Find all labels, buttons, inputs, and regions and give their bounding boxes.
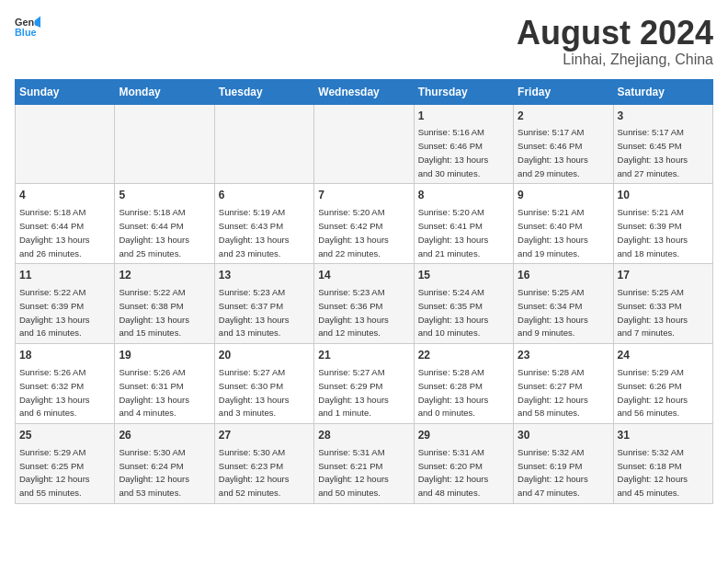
day-number: 22 <box>418 348 509 363</box>
day-info: Sunrise: 5:20 AM Sunset: 6:41 PM Dayligh… <box>418 207 489 258</box>
day-info: Sunrise: 5:19 AM Sunset: 6:43 PM Dayligh… <box>219 207 290 258</box>
day-info: Sunrise: 5:24 AM Sunset: 6:35 PM Dayligh… <box>418 287 489 338</box>
day-info: Sunrise: 5:31 AM Sunset: 6:21 PM Dayligh… <box>318 447 389 498</box>
calendar-day-29: 29Sunrise: 5:31 AM Sunset: 6:20 PM Dayli… <box>414 424 513 504</box>
calendar-week-4: 18Sunrise: 5:26 AM Sunset: 6:32 PM Dayli… <box>16 344 713 424</box>
day-info: Sunrise: 5:17 AM Sunset: 6:45 PM Dayligh… <box>618 127 688 178</box>
calendar-day-empty <box>214 104 313 184</box>
day-info: Sunrise: 5:31 AM Sunset: 6:20 PM Dayligh… <box>418 447 489 498</box>
location: Linhai, Zhejiang, China <box>517 52 713 68</box>
day-number: 13 <box>219 268 310 283</box>
calendar-day-24: 24Sunrise: 5:29 AM Sunset: 6:26 PM Dayli… <box>613 344 712 424</box>
day-info: Sunrise: 5:25 AM Sunset: 6:34 PM Dayligh… <box>518 287 588 338</box>
calendar-week-3: 11Sunrise: 5:22 AM Sunset: 6:39 PM Dayli… <box>16 264 713 344</box>
day-number: 31 <box>618 428 709 443</box>
day-number: 9 <box>518 188 609 203</box>
day-number: 16 <box>518 268 609 283</box>
calendar-day-8: 8Sunrise: 5:20 AM Sunset: 6:41 PM Daylig… <box>414 184 513 264</box>
calendar-day-17: 17Sunrise: 5:25 AM Sunset: 6:33 PM Dayli… <box>613 264 712 344</box>
day-info: Sunrise: 5:28 AM Sunset: 6:27 PM Dayligh… <box>518 367 588 418</box>
calendar-day-23: 23Sunrise: 5:28 AM Sunset: 6:27 PM Dayli… <box>514 344 613 424</box>
calendar-day-16: 16Sunrise: 5:25 AM Sunset: 6:34 PM Dayli… <box>514 264 613 344</box>
day-number: 5 <box>119 188 210 203</box>
day-info: Sunrise: 5:26 AM Sunset: 6:32 PM Dayligh… <box>19 367 90 418</box>
calendar-day-14: 14Sunrise: 5:23 AM Sunset: 6:36 PM Dayli… <box>314 264 414 344</box>
calendar-day-18: 18Sunrise: 5:26 AM Sunset: 6:32 PM Dayli… <box>16 344 115 424</box>
calendar-day-2: 2Sunrise: 5:17 AM Sunset: 6:46 PM Daylig… <box>514 104 613 184</box>
day-info: Sunrise: 5:29 AM Sunset: 6:26 PM Dayligh… <box>618 367 688 418</box>
day-number: 26 <box>119 428 210 443</box>
calendar-week-2: 4Sunrise: 5:18 AM Sunset: 6:44 PM Daylig… <box>16 184 713 264</box>
day-info: Sunrise: 5:18 AM Sunset: 6:44 PM Dayligh… <box>19 207 90 258</box>
calendar-day-6: 6Sunrise: 5:19 AM Sunset: 6:43 PM Daylig… <box>214 184 313 264</box>
calendar-day-26: 26Sunrise: 5:30 AM Sunset: 6:24 PM Dayli… <box>115 424 214 504</box>
day-info: Sunrise: 5:22 AM Sunset: 6:39 PM Dayligh… <box>19 287 90 338</box>
day-number: 7 <box>318 188 409 203</box>
day-number: 28 <box>318 428 409 443</box>
day-info: Sunrise: 5:27 AM Sunset: 6:30 PM Dayligh… <box>219 367 290 418</box>
calendar-day-11: 11Sunrise: 5:22 AM Sunset: 6:39 PM Dayli… <box>16 264 115 344</box>
calendar-day-28: 28Sunrise: 5:31 AM Sunset: 6:21 PM Dayli… <box>314 424 414 504</box>
day-number: 25 <box>19 428 110 443</box>
calendar-day-3: 3Sunrise: 5:17 AM Sunset: 6:45 PM Daylig… <box>613 104 712 184</box>
day-number: 3 <box>618 109 709 124</box>
calendar-day-19: 19Sunrise: 5:26 AM Sunset: 6:31 PM Dayli… <box>115 344 214 424</box>
day-number: 20 <box>219 348 310 363</box>
weekday-header-friday: Friday <box>514 79 613 104</box>
day-info: Sunrise: 5:32 AM Sunset: 6:18 PM Dayligh… <box>618 447 688 498</box>
day-info: Sunrise: 5:26 AM Sunset: 6:31 PM Dayligh… <box>119 367 189 418</box>
day-info: Sunrise: 5:18 AM Sunset: 6:44 PM Dayligh… <box>119 207 189 258</box>
calendar-table: SundayMondayTuesdayWednesdayThursdayFrid… <box>15 79 713 504</box>
logo-icon: General Blue <box>15 15 40 40</box>
svg-text:Blue: Blue <box>15 27 37 38</box>
day-number: 18 <box>19 348 110 363</box>
day-info: Sunrise: 5:21 AM Sunset: 6:40 PM Dayligh… <box>518 207 588 258</box>
calendar-day-12: 12Sunrise: 5:22 AM Sunset: 6:38 PM Dayli… <box>115 264 214 344</box>
day-number: 29 <box>418 428 509 443</box>
weekday-header-sunday: Sunday <box>16 79 115 104</box>
calendar-day-21: 21Sunrise: 5:27 AM Sunset: 6:29 PM Dayli… <box>314 344 414 424</box>
calendar-day-7: 7Sunrise: 5:20 AM Sunset: 6:42 PM Daylig… <box>314 184 414 264</box>
day-number: 6 <box>219 188 310 203</box>
calendar-day-1: 1Sunrise: 5:16 AM Sunset: 6:46 PM Daylig… <box>414 104 513 184</box>
calendar-day-15: 15Sunrise: 5:24 AM Sunset: 6:35 PM Dayli… <box>414 264 513 344</box>
calendar-day-10: 10Sunrise: 5:21 AM Sunset: 6:39 PM Dayli… <box>613 184 712 264</box>
day-number: 24 <box>618 348 709 363</box>
day-info: Sunrise: 5:16 AM Sunset: 6:46 PM Dayligh… <box>418 127 489 178</box>
day-number: 19 <box>119 348 210 363</box>
day-number: 15 <box>418 268 509 283</box>
calendar-day-9: 9Sunrise: 5:21 AM Sunset: 6:40 PM Daylig… <box>514 184 613 264</box>
page-header: General Blue August 2024 Linhai, Zhejian… <box>15 15 713 68</box>
day-info: Sunrise: 5:28 AM Sunset: 6:28 PM Dayligh… <box>418 367 489 418</box>
day-info: Sunrise: 5:32 AM Sunset: 6:19 PM Dayligh… <box>518 447 588 498</box>
day-number: 21 <box>318 348 409 363</box>
calendar-day-5: 5Sunrise: 5:18 AM Sunset: 6:44 PM Daylig… <box>115 184 214 264</box>
day-info: Sunrise: 5:23 AM Sunset: 6:36 PM Dayligh… <box>318 287 389 338</box>
day-info: Sunrise: 5:27 AM Sunset: 6:29 PM Dayligh… <box>318 367 389 418</box>
calendar-day-27: 27Sunrise: 5:30 AM Sunset: 6:23 PM Dayli… <box>214 424 313 504</box>
calendar-day-13: 13Sunrise: 5:23 AM Sunset: 6:37 PM Dayli… <box>214 264 313 344</box>
title-block: August 2024 Linhai, Zhejiang, China <box>517 15 713 68</box>
day-info: Sunrise: 5:21 AM Sunset: 6:39 PM Dayligh… <box>618 207 688 258</box>
logo: General Blue <box>15 15 40 40</box>
calendar-week-5: 25Sunrise: 5:29 AM Sunset: 6:25 PM Dayli… <box>16 424 713 504</box>
day-number: 2 <box>518 109 609 124</box>
day-number: 12 <box>119 268 210 283</box>
calendar-day-empty <box>115 104 214 184</box>
calendar-week-1: 1Sunrise: 5:16 AM Sunset: 6:46 PM Daylig… <box>16 104 713 184</box>
day-info: Sunrise: 5:22 AM Sunset: 6:38 PM Dayligh… <box>119 287 189 338</box>
weekday-header-monday: Monday <box>115 79 214 104</box>
weekday-header-tuesday: Tuesday <box>214 79 313 104</box>
calendar-day-25: 25Sunrise: 5:29 AM Sunset: 6:25 PM Dayli… <box>16 424 115 504</box>
day-info: Sunrise: 5:25 AM Sunset: 6:33 PM Dayligh… <box>618 287 688 338</box>
day-info: Sunrise: 5:29 AM Sunset: 6:25 PM Dayligh… <box>19 447 90 498</box>
day-info: Sunrise: 5:30 AM Sunset: 6:23 PM Dayligh… <box>219 447 290 498</box>
day-number: 14 <box>318 268 409 283</box>
month-year: August 2024 <box>517 15 713 52</box>
day-number: 4 <box>19 188 110 203</box>
day-number: 8 <box>418 188 509 203</box>
day-number: 17 <box>618 268 709 283</box>
calendar-day-31: 31Sunrise: 5:32 AM Sunset: 6:18 PM Dayli… <box>613 424 712 504</box>
day-number: 30 <box>518 428 609 443</box>
weekday-header-thursday: Thursday <box>414 79 513 104</box>
